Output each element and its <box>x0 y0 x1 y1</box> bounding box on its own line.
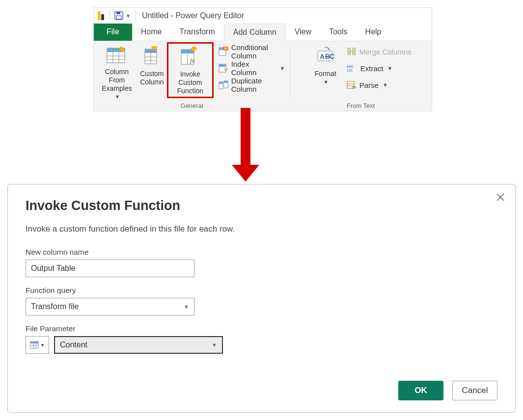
svg-text:fx: fx <box>190 57 195 64</box>
svg-rect-55 <box>30 341 38 343</box>
chevron-down-icon: ▼ <box>387 65 392 71</box>
column-from-examples-button[interactable]: Column From Examples ▼ <box>97 43 137 98</box>
close-icon[interactable] <box>495 191 506 203</box>
merge-columns-icon <box>347 47 357 56</box>
custom-column-button[interactable]: Custom Column <box>137 43 167 98</box>
chevron-down-icon: ▼ <box>279 65 285 71</box>
group-label: From Text <box>293 101 429 111</box>
parse-icon: abc <box>347 80 357 89</box>
extract-button[interactable]: ABC 123 Extract ▼ <box>345 62 413 75</box>
duplicate-column-icon <box>219 80 228 90</box>
ok-button[interactable]: OK <box>398 381 443 400</box>
tab-file[interactable]: File <box>94 24 132 41</box>
save-icon[interactable] <box>114 11 124 21</box>
tab-help[interactable]: Help <box>357 24 390 41</box>
titlebar: ▼ Untitled - Power Query Editor <box>94 8 432 24</box>
ribbon-group-general: Column From Examples ▼ <box>94 43 290 111</box>
group-label: General <box>97 101 287 111</box>
svg-rect-0 <box>98 11 101 20</box>
button-label: Invoke Custom Function <box>168 70 212 95</box>
window-title: Untitled - Power Query Editor <box>142 11 244 20</box>
button-label: Custom Column <box>140 70 164 86</box>
invoke-custom-function-dialog: Invoke Custom Function Invoke a custom f… <box>7 184 516 413</box>
invoke-custom-function-button[interactable]: fx Invoke Custom Function <box>168 44 212 97</box>
duplicate-column-button[interactable]: Duplicate Column <box>217 79 287 91</box>
select-value: Content <box>60 341 87 349</box>
dialog-description: Invoke a custom function defined in this… <box>26 224 497 234</box>
tab-transform[interactable]: Transform <box>170 24 223 41</box>
tab-add-column[interactable]: Add Column <box>224 24 286 41</box>
separator <box>110 11 110 21</box>
svg-text:A: A <box>320 52 325 60</box>
svg-text:ABC: ABC <box>347 65 354 68</box>
format-button[interactable]: A B C Format ▼ <box>308 43 343 98</box>
tab-tools[interactable]: Tools <box>320 24 356 41</box>
ribbon-body: Column From Examples ▼ <box>94 41 432 111</box>
app-icon <box>97 10 106 21</box>
column-from-examples-icon <box>106 45 128 65</box>
highlight-box: fx Invoke Custom Function <box>167 42 214 98</box>
tab-home[interactable]: Home <box>132 24 171 41</box>
merge-columns-button: Merge Columns <box>345 45 413 58</box>
separator <box>136 11 136 21</box>
format-icon: A B C <box>315 45 336 67</box>
annotation-arrow <box>236 108 255 182</box>
svg-rect-43 <box>348 48 351 55</box>
function-query-select[interactable]: Transform file ▼ <box>26 298 194 315</box>
file-parameter-label: File Parameter <box>26 324 497 333</box>
chevron-down-icon: ▼ <box>40 342 45 348</box>
ribbon-tabs: File Home Transform Add Column View Tool… <box>94 24 432 41</box>
file-parameter-select[interactable]: Content ▼ <box>54 336 223 354</box>
svg-text:C: C <box>330 52 334 60</box>
extract-icon: ABC 123 <box>347 64 358 73</box>
conditional-column-icon: ≠ <box>219 47 228 56</box>
ribbon-group-from-text: A B C Format ▼ <box>290 43 432 111</box>
button-label: Column From Examples <box>97 68 137 93</box>
table-icon <box>30 341 39 349</box>
tab-view[interactable]: View <box>286 24 320 41</box>
cancel-button[interactable]: Cancel <box>452 381 497 400</box>
button-label: Index Column <box>231 60 276 77</box>
parse-button[interactable]: abc Parse ▼ <box>345 79 413 91</box>
svg-text:abc: abc <box>352 85 357 89</box>
button-label: Parse <box>359 81 379 89</box>
select-value: Transform file <box>31 302 79 311</box>
power-query-editor-window: ▼ Untitled - Power Query Editor File Hom… <box>93 7 432 111</box>
button-label: Merge Columns <box>359 48 412 56</box>
button-label: Duplicate Column <box>231 77 285 93</box>
svg-rect-1 <box>101 14 104 20</box>
svg-marker-42 <box>327 49 330 50</box>
chevron-down-icon: ▼ <box>212 342 217 348</box>
new-column-name-label: New column name <box>26 248 497 257</box>
svg-rect-4 <box>116 16 121 19</box>
svg-rect-44 <box>353 48 356 55</box>
svg-text:123: 123 <box>347 69 353 72</box>
svg-rect-35 <box>219 82 223 84</box>
chevron-down-icon: ▼ <box>383 82 388 88</box>
index-column-icon: 12 <box>219 63 228 73</box>
dialog-title: Invoke Custom Function <box>26 198 497 213</box>
svg-marker-45 <box>351 51 353 52</box>
qat-dropdown-icon[interactable]: ▼ <box>126 13 131 19</box>
svg-rect-37 <box>224 81 228 83</box>
invoke-custom-function-icon: fx <box>179 46 201 67</box>
custom-column-icon <box>141 45 163 67</box>
chevron-down-icon: ▼ <box>323 78 329 86</box>
index-column-button[interactable]: 12 Index Column ▼ <box>217 62 287 75</box>
svg-text:12: 12 <box>223 67 228 72</box>
button-label: Extract <box>360 64 384 73</box>
conditional-column-button[interactable]: ≠ Conditional Column <box>217 45 287 58</box>
parameter-type-picker[interactable]: ▼ <box>26 336 49 354</box>
button-label: Conditional Column <box>231 43 285 60</box>
svg-rect-3 <box>116 12 120 14</box>
function-query-label: Function query <box>26 286 497 295</box>
new-column-name-input[interactable] <box>26 260 194 277</box>
svg-rect-32 <box>219 64 226 67</box>
button-label: Format <box>315 70 336 78</box>
chevron-down-icon: ▼ <box>184 304 189 310</box>
chevron-down-icon: ▼ <box>114 93 120 101</box>
